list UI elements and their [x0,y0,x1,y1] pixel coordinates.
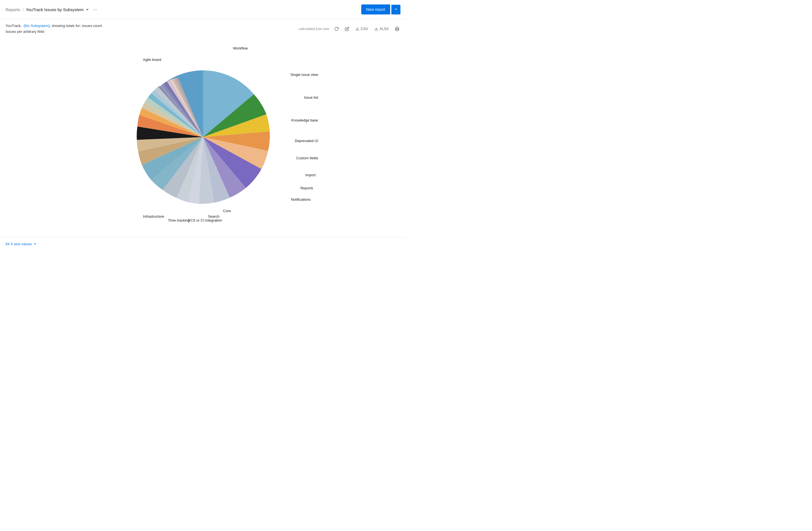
download-xlsx-button[interactable]: XLSX [373,26,390,32]
label-agile-board: Agile board [143,58,161,62]
download-icon [356,27,359,31]
breadcrumb-reports[interactable]: Reports [5,7,20,12]
more-options-button[interactable]: ··· [91,6,99,13]
label-knowledge-base: Knowledge base [291,118,318,122]
axis-values-button[interactable]: 64 X axis values [5,242,37,246]
chart-container: Workflow Agile board Single issue view I… [78,43,328,232]
pencil-icon [345,27,349,31]
new-report-dropdown-button[interactable] [391,5,401,14]
chevron-down-icon[interactable] [85,8,89,11]
print-icon [395,27,399,31]
report-source: YouTrack [5,24,20,28]
edit-button[interactable] [344,26,350,32]
report-title: YouTrack Issues by Subsystem [26,7,84,12]
csv-label: CSV [361,27,368,31]
label-deprecated-ui: Deprecated UI [295,139,318,143]
label-time-tracking: Time tracking [168,218,190,222]
label-notifications: Notifications [291,197,310,202]
new-report-button[interactable]: New report [361,4,390,14]
label-vcs: VCS or CI integration [188,218,222,222]
refresh-icon [334,27,339,31]
pie-chart [131,65,275,209]
print-button[interactable] [394,26,401,32]
breadcrumb: Reports / YouTrack Issues by Subsystem ·… [5,6,99,13]
label-core: Core [223,209,231,213]
refresh-button[interactable] [333,26,340,32]
filter-link[interactable]: -{No Subsystem} [23,24,50,28]
download-csv-button[interactable]: CSV [354,26,369,32]
main-content: Workflow Agile board Single issue view I… [0,37,406,237]
label-reports: Reports [300,186,313,190]
label-issue-list: Issue list [304,95,318,100]
download-icon [374,27,378,31]
label-custom-fields: Custom fields [296,156,318,160]
report-type: Issues per arbitrary field [5,29,102,35]
label-single-issue: Single issue view [290,73,318,77]
header-actions: New report [361,4,401,14]
report-filter-line: YouTrack, -{No Subsystem}, showing total… [5,23,102,29]
label-search: Search [208,215,219,219]
calculated-text: calculated just now [299,27,329,31]
footer: 64 X axis values [0,237,406,250]
chevron-down-icon [33,242,37,246]
xlsx-label: XLSX [380,27,389,31]
header: Reports / YouTrack Issues by Subsystem ·… [0,0,406,19]
label-import: Import [305,173,316,177]
sub-header: YouTrack, -{No Subsystem}, showing total… [0,19,406,37]
label-infrastructure: Infrastructure [143,215,164,219]
report-description: YouTrack, -{No Subsystem}, showing total… [5,23,102,35]
sub-header-right: calculated just now CSV [299,26,401,32]
filter-suffix: , showing totals for: issues count [50,24,102,28]
breadcrumb-current: YouTrack Issues by Subsystem [26,7,89,12]
label-workflow: Workflow [233,46,248,50]
svg-rect-2 [396,29,398,31]
chevron-down-icon [394,8,398,11]
axis-values-label: 64 X axis values [5,242,32,246]
breadcrumb-separator: / [23,7,24,12]
